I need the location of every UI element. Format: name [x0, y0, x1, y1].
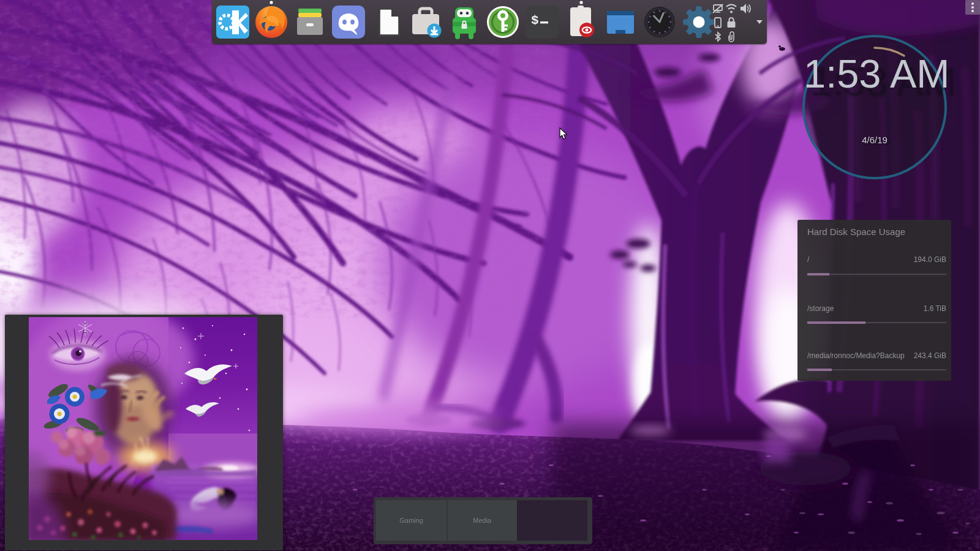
svg-text:$: $: [531, 13, 539, 28]
